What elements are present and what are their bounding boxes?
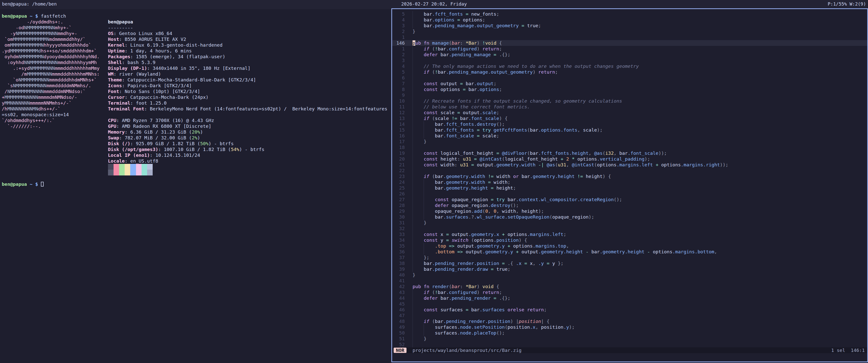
code-line: 45 xyxy=(392,301,867,307)
indent-guide xyxy=(412,58,413,63)
code-line: 1 xyxy=(392,34,867,40)
palette-swatch xyxy=(130,170,136,175)
code-line: 48 if (bar.pending_render.position) |pos… xyxy=(392,318,867,324)
line-number: 46 xyxy=(394,307,405,312)
palette-swatch xyxy=(130,164,136,170)
terminal-row: .:+sydNMMMMMNNNmmmdddhhhhhhmMmy Display … xyxy=(2,65,391,71)
code-line: 46 const surfaces = bar.surfaces orelse … xyxy=(392,307,867,312)
line-number: 41 xyxy=(394,278,405,284)
line-number: 13 xyxy=(394,116,405,121)
line-number: 28 xyxy=(394,202,405,208)
line-number: 29 xyxy=(394,208,405,214)
terminal-window[interactable]: ben@papua ~ $ fastfetch -/oyddmdhs+:. be… xyxy=(0,9,391,363)
code-line: 43 if (!bar.configured) return; xyxy=(392,289,867,295)
line-number: 43 xyxy=(394,289,405,295)
line-number: 7 xyxy=(394,81,405,87)
bar-clock: 2026-02-27 20:02, Friday xyxy=(0,1,868,7)
terminal-row: /hMNNNNNNNNMNdhs++/-` Terminal Font: Ber… xyxy=(2,106,391,112)
code-line: 50 surfaces.node.placeTop(); xyxy=(392,330,867,336)
palette-swatch xyxy=(136,170,142,175)
line-number: 26 xyxy=(394,191,405,197)
terminal-row xyxy=(2,175,391,181)
terminal-row: -yNMMMMMMMMMMMNNNmmdhy+- OS: Gentoo Linu… xyxy=(2,31,391,36)
selection-position-indicator: 1 sel 146:1 xyxy=(831,348,865,353)
code-line: 29 opaque_region.add(0, 0, width, height… xyxy=(392,208,867,214)
code-line: 31 } xyxy=(392,220,867,226)
code-line: 2 defer bar.pending_manage = .{}; xyxy=(392,52,867,58)
code-line: 27 const opaque_region = try bar.context… xyxy=(392,197,867,202)
editor-buffer[interactable]: 5 bar.fcft_fonts = new_fonts;4 bar.optio… xyxy=(392,11,867,348)
code-line: 52 xyxy=(392,341,867,348)
terminal-row: `-//////:--. GPU: AMD Radeon RX 6800 XT … xyxy=(2,123,391,129)
code-line: 51 } xyxy=(392,336,867,341)
line-number: 36 xyxy=(394,249,405,255)
line-number: 25 xyxy=(394,185,405,191)
line-number: 47 xyxy=(394,312,405,318)
terminal-row: :oyhhdNNMMMMMMMNNNmmddhhhhhyymMh Shell: … xyxy=(2,60,391,65)
code-line-current: 146pub fn manage(bar: *Bar) !void { xyxy=(392,40,867,46)
code-line: 47 xyxy=(392,312,867,318)
line-number: 3 xyxy=(394,58,405,63)
code-line: 1 if (!bar.configured) return; xyxy=(392,46,867,52)
line-number: 3 xyxy=(394,23,405,29)
code-line: 17 } xyxy=(392,139,867,144)
line-number: 39 xyxy=(394,266,405,272)
indent-guide xyxy=(424,191,424,197)
code-line: 5 bar.fcft_fonts = new_fonts; xyxy=(392,11,867,17)
line-number: 32 xyxy=(394,226,405,231)
code-line: 33 const x = output.geometry.x + options… xyxy=(392,231,867,237)
code-line: 35 .top => output.geometry.y + options.m… xyxy=(392,243,867,249)
line-number: 44 xyxy=(394,295,405,301)
line-number: 37 xyxy=(394,255,405,260)
line-number: 1 xyxy=(394,34,405,40)
code-line: 32 xyxy=(392,226,867,231)
code-line: 8 const options = bar.options; xyxy=(392,87,867,92)
terminal-cursor xyxy=(41,182,44,187)
code-line: 20 const height: u31 = @intCast(logical_… xyxy=(392,156,867,162)
terminal-row xyxy=(2,170,391,175)
editor-cursor: p xyxy=(412,40,415,45)
terminal-row: /NMMMMMMMMNNNNmmmdddmNMNdso:` Font: Noto… xyxy=(2,89,391,94)
line-number: 50 xyxy=(394,330,405,336)
line-number: 5 xyxy=(394,11,405,17)
code-line: 3 bar.pending_manage.output_geometry = t… xyxy=(392,23,867,29)
palette-swatch xyxy=(142,170,147,175)
line-number: 4 xyxy=(394,63,405,69)
indent-guide xyxy=(412,312,413,318)
line-number: 2 xyxy=(394,29,405,34)
terminal-row: oyhdmNMMMMMMMNdyooydmddddhhhhyhNd. Packa… xyxy=(2,54,391,60)
code-line: 9 xyxy=(392,92,867,98)
code-line: 21 const width: u31 = output.geometry.wi… xyxy=(392,162,867,168)
line-number: 12 xyxy=(394,110,405,116)
terminal-row: `sNMMMMMMMMNNNmmmdddddmNMmhs/. Icons: Pa… xyxy=(2,83,391,89)
line-number: 5 xyxy=(394,69,405,75)
line-number: 146 xyxy=(394,40,405,46)
line-number: 48 xyxy=(394,318,405,324)
code-line: 22 xyxy=(392,168,867,173)
editor-window[interactable]: 5 bar.fcft_fonts = new_fonts;4 bar.optio… xyxy=(391,8,868,362)
code-line: 23 if (bar.geometry.width != width or ba… xyxy=(392,173,867,179)
indent-guide xyxy=(412,144,413,150)
code-line: 39 bar.pending_render.draw = true; xyxy=(392,266,867,272)
line-number: 10 xyxy=(394,98,405,104)
code-line: 36 .bottom => output.geometry.y + output… xyxy=(392,249,867,255)
line-number: 19 xyxy=(394,150,405,156)
line-number: 4 xyxy=(394,17,405,23)
line-number: 24 xyxy=(394,179,405,185)
palette-swatch xyxy=(114,170,119,175)
mode-indicator: NOR xyxy=(394,348,406,353)
terminal-row: /mMMMMMMNNNmmmdddhhhhhmMNhs: WM: river (… xyxy=(2,71,391,77)
terminal-row: `oNMMMMMMMNNNmmmddddhhdmMNhs+` Theme: Ca… xyxy=(2,77,391,83)
line-number: 22 xyxy=(394,168,405,173)
code-line: 2} xyxy=(392,29,867,34)
code-line: 28 defer opaque_region.destroy(); xyxy=(392,202,867,208)
code-line: 3 xyxy=(392,58,867,63)
line-number: 6 xyxy=(394,75,405,81)
bar-tags-status: P:1/55% W:2(9) xyxy=(828,1,866,7)
palette-swatch xyxy=(108,164,114,170)
line-number: 33 xyxy=(394,231,405,237)
code-line: 40} xyxy=(392,272,867,278)
indent-guide xyxy=(412,92,413,98)
line-number: 42 xyxy=(394,284,405,289)
terminal-row: Locale: en_US.utf8 xyxy=(2,158,391,164)
